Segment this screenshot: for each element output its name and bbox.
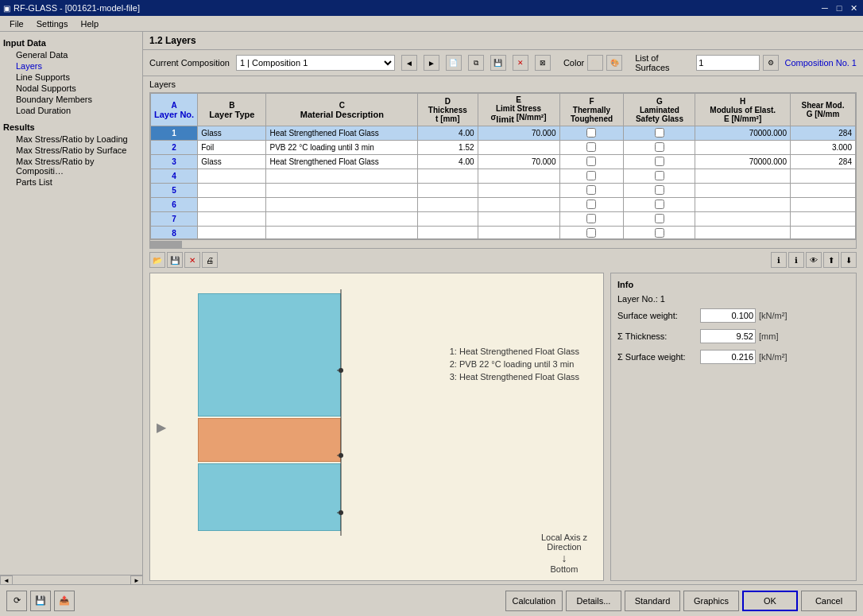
cell-thermally[interactable] <box>559 155 624 169</box>
menu-settings[interactable]: Settings <box>30 17 75 30</box>
details-button[interactable]: Details... <box>566 591 621 611</box>
cell-shear-mod[interactable] <box>790 184 855 198</box>
comp-next-button[interactable]: ► <box>424 55 439 71</box>
table-row[interactable]: 3GlassHeat Strengthened Float Glass4.007… <box>151 155 856 169</box>
cell-modulus[interactable] <box>695 169 791 184</box>
cell-limit-stress[interactable] <box>478 198 559 212</box>
sidebar-scroll-left[interactable]: ◄ <box>0 575 13 584</box>
cell-material[interactable] <box>266 169 418 184</box>
cell-limit-stress[interactable] <box>478 227 559 240</box>
table-row[interactable]: 7 <box>151 212 856 227</box>
cell-thermally[interactable] <box>559 169 624 184</box>
comp-prev-button[interactable]: ◄ <box>401 55 417 71</box>
composition-select[interactable]: 1 | Composition 1 <box>236 55 395 71</box>
color-picker-button[interactable]: 🎨 <box>606 55 622 71</box>
toolbar-export-btn[interactable]: ⬆ <box>823 252 839 268</box>
close-button[interactable]: ✕ <box>847 2 860 14</box>
cell-thickness[interactable] <box>418 227 478 240</box>
cell-limit-stress[interactable] <box>478 212 559 227</box>
cell-shear-mod[interactable]: 284 <box>790 155 855 169</box>
cell-material[interactable] <box>266 227 418 240</box>
cell-modulus[interactable] <box>695 212 791 227</box>
cell-modulus[interactable]: 70000.000 <box>695 155 791 169</box>
cell-laminated[interactable] <box>624 155 695 169</box>
cell-modulus[interactable] <box>695 227 791 240</box>
cell-material[interactable] <box>266 198 418 212</box>
comp-copy-button[interactable]: ⧉ <box>468 55 484 71</box>
sidebar-item-boundary-members[interactable]: Boundary Members <box>3 94 139 105</box>
cell-material[interactable]: PVB 22 °C loading until 3 min <box>266 141 418 155</box>
cell-laminated[interactable] <box>624 184 695 198</box>
cell-limit-stress[interactable]: 70.000 <box>478 155 559 169</box>
table-row[interactable]: 1GlassHeat Strengthened Float Glass4.007… <box>151 126 856 141</box>
sidebar-scroll-right[interactable]: ► <box>130 575 143 584</box>
color-swatch[interactable] <box>587 55 603 71</box>
status-icon-3[interactable]: 📤 <box>54 591 75 611</box>
toolbar-save-btn[interactable]: 💾 <box>167 252 183 268</box>
table-row[interactable]: 6 <box>151 198 856 212</box>
list-surfaces-btn[interactable]: ⚙ <box>763 55 778 71</box>
cell-modulus[interactable]: 70000.000 <box>695 126 791 141</box>
cell-laminated[interactable] <box>624 126 695 141</box>
cell-layer-type[interactable]: Glass <box>198 126 266 141</box>
cell-thermally[interactable] <box>559 141 624 155</box>
cell-layer-type[interactable] <box>198 227 266 240</box>
sidebar-item-nodal-supports[interactable]: Nodal Supports <box>3 83 139 94</box>
toolbar-print-btn[interactable]: 🖨 <box>202 252 218 268</box>
minimize-button[interactable]: ─ <box>818 2 831 14</box>
cell-thermally[interactable] <box>559 198 624 212</box>
sum-surface-weight-value[interactable]: 0.216 <box>700 350 756 364</box>
cell-thickness[interactable] <box>418 212 478 227</box>
cell-layer-type[interactable] <box>198 212 266 227</box>
comp-new-button[interactable]: 📄 <box>446 55 462 71</box>
cell-layer-type[interactable] <box>198 198 266 212</box>
ok-button[interactable]: OK <box>742 591 798 611</box>
cell-thickness[interactable] <box>418 184 478 198</box>
calculation-button[interactable]: Calculation <box>505 591 563 611</box>
cell-shear-mod[interactable]: 3.000 <box>790 141 855 155</box>
cell-shear-mod[interactable]: 284 <box>790 126 855 141</box>
sidebar-item-layers[interactable]: Layers <box>3 60 139 72</box>
cell-laminated[interactable] <box>624 227 695 240</box>
cell-thickness[interactable] <box>418 198 478 212</box>
surface-weight-value[interactable]: 0.100 <box>700 308 756 323</box>
cell-limit-stress[interactable]: 70.000 <box>478 126 559 141</box>
list-surfaces-input[interactable] <box>696 55 760 71</box>
table-row[interactable]: 5 <box>151 184 856 198</box>
cell-material[interactable] <box>266 212 418 227</box>
cell-laminated[interactable] <box>624 141 695 155</box>
cell-modulus[interactable] <box>695 184 791 198</box>
sum-thickness-value[interactable]: 9.52 <box>700 329 756 343</box>
comp-save-button[interactable]: 💾 <box>490 55 506 71</box>
cell-thickness[interactable]: 1.52 <box>418 141 478 155</box>
status-icon-1[interactable]: ⟳ <box>6 591 27 611</box>
cell-thermally[interactable] <box>559 184 624 198</box>
cell-thickness[interactable] <box>418 169 478 184</box>
sidebar-item-max-stress-surface[interactable]: Max Stress/Ratio by Surface <box>3 145 139 156</box>
cell-modulus[interactable] <box>695 141 791 155</box>
menu-help[interactable]: Help <box>74 17 105 30</box>
cell-shear-mod[interactable] <box>790 212 855 227</box>
cell-thermally[interactable] <box>559 212 624 227</box>
toolbar-info2-btn[interactable]: ℹ <box>788 252 804 268</box>
table-row[interactable]: 8 <box>151 227 856 240</box>
toolbar-open-btn[interactable]: 📂 <box>149 252 165 268</box>
sidebar-item-general-data[interactable]: General Data <box>3 49 139 60</box>
sidebar-item-load-duration[interactable]: Load Duration <box>3 105 139 116</box>
layers-table-container[interactable]: ALayer No. BLayer Type CMaterial Descrip… <box>149 92 857 239</box>
standard-button[interactable]: Standard <box>625 591 680 611</box>
toolbar-import-btn[interactable]: ⬇ <box>841 252 857 268</box>
cell-layer-type[interactable] <box>198 169 266 184</box>
cell-shear-mod[interactable] <box>790 169 855 184</box>
cell-material[interactable]: Heat Strengthened Float Glass <box>266 126 418 141</box>
table-h-scrollbar[interactable] <box>149 239 857 249</box>
sidebar-item-max-stress-loading[interactable]: Max Stress/Ratio by Loading <box>3 134 139 145</box>
cell-limit-stress[interactable] <box>478 169 559 184</box>
sidebar-item-parts-list[interactable]: Parts List <box>3 176 139 188</box>
table-row[interactable]: 2FoilPVB 22 °C loading until 3 min1.523.… <box>151 141 856 155</box>
cell-laminated[interactable] <box>624 212 695 227</box>
cell-limit-stress[interactable] <box>478 141 559 155</box>
toolbar-view-btn[interactable]: 👁 <box>806 252 822 268</box>
cell-layer-type[interactable]: Glass <box>198 155 266 169</box>
cell-modulus[interactable] <box>695 198 791 212</box>
